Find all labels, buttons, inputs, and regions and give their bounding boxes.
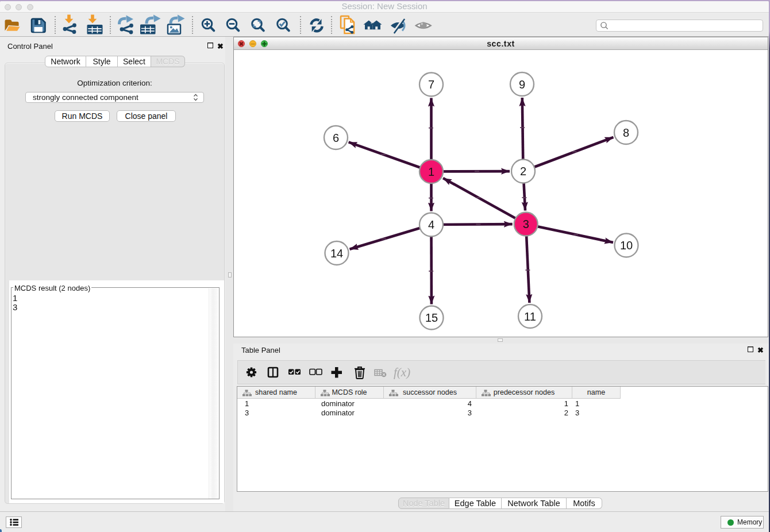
- svg-text:15: 15: [425, 311, 438, 324]
- svg-text:14: 14: [330, 247, 343, 260]
- svg-text:10: 10: [620, 239, 633, 252]
- svg-text:4: 4: [428, 218, 434, 231]
- svg-text:7: 7: [428, 78, 434, 91]
- svg-text:9: 9: [519, 78, 525, 91]
- svg-text:f(x): f(x): [394, 365, 410, 379]
- svg-text:2: 2: [520, 165, 526, 178]
- svg-text:1: 1: [428, 165, 434, 178]
- svg-text:3: 3: [523, 218, 529, 230]
- svg-text:11: 11: [524, 310, 536, 323]
- svg-text:8: 8: [623, 126, 629, 139]
- svg-text:6: 6: [333, 132, 339, 144]
